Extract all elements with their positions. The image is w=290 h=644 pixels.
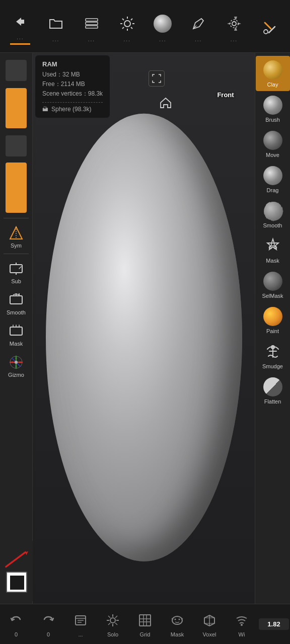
color-swatch-dark-2[interactable] bbox=[1, 132, 31, 159]
color-swatch-dark-1[interactable] bbox=[1, 57, 31, 85]
voxel-label: Voxel bbox=[203, 631, 216, 637]
separator-1 bbox=[4, 218, 29, 218]
toolbar-tools-button[interactable] bbox=[259, 17, 281, 39]
mask-bottom-icon bbox=[168, 611, 186, 629]
mesh-label: Sphere (98.3k) bbox=[51, 106, 91, 113]
undo-button[interactable]: 0 bbox=[1, 611, 31, 637]
fullscreen-button[interactable] bbox=[149, 70, 165, 87]
svg-point-3 bbox=[124, 21, 130, 27]
smooth-tool-button[interactable]: Smooth bbox=[256, 197, 290, 232]
viewport[interactable] bbox=[33, 53, 255, 604]
separator-2 bbox=[4, 254, 29, 254]
pen-icon bbox=[187, 13, 209, 35]
tools-icon bbox=[259, 17, 281, 39]
voxel-button[interactable]: Voxel bbox=[194, 611, 225, 637]
redo-value: 0 bbox=[47, 631, 50, 637]
scene-button[interactable]: ... bbox=[65, 611, 96, 637]
svg-rect-21 bbox=[10, 296, 22, 304]
mask-icon bbox=[262, 235, 283, 257]
solo-icon bbox=[104, 611, 122, 629]
value-display: 1.82 bbox=[259, 618, 289, 630]
gizmo-button[interactable]: Gizmo bbox=[1, 350, 31, 381]
toolbar-material-button[interactable]: ... bbox=[152, 13, 174, 42]
stroke-line[interactable] bbox=[4, 549, 29, 570]
toolbar-light-button[interactable]: ... bbox=[116, 13, 138, 42]
toolbar-pen-button[interactable]: ... bbox=[187, 13, 209, 42]
flatten-icon bbox=[262, 376, 283, 397]
brush-size-value: 1.82 bbox=[267, 620, 280, 628]
smooth-left-button[interactable]: Smooth bbox=[1, 287, 31, 318]
svg-point-13 bbox=[232, 22, 236, 26]
mesh-info: 🏔 Sphere (98.3k) bbox=[42, 106, 103, 113]
flatten-tool-button[interactable]: Flatten bbox=[256, 373, 290, 408]
toolbar-folder-button[interactable]: ... bbox=[45, 13, 67, 42]
wi-button[interactable]: Wi bbox=[227, 611, 257, 637]
grid-button[interactable]: Grid bbox=[130, 611, 160, 637]
sphere-mesh bbox=[46, 113, 242, 561]
bg-color-swatch bbox=[10, 576, 24, 590]
smudge-label: Smudge bbox=[262, 363, 283, 369]
smudge-tool-button[interactable]: Smudge bbox=[256, 338, 290, 373]
paint-tool-button[interactable]: Paint bbox=[256, 302, 290, 338]
svg-line-8 bbox=[122, 19, 124, 20]
scene-icon bbox=[71, 611, 90, 629]
layers-dots: ... bbox=[88, 37, 95, 42]
move-tool-button[interactable]: Move bbox=[256, 126, 290, 162]
svg-point-60 bbox=[179, 618, 180, 620]
svg-point-34 bbox=[271, 243, 274, 246]
stroke-area bbox=[0, 541, 33, 601]
sub-button[interactable]: Sub bbox=[1, 256, 31, 287]
mask-tool-button[interactable]: Mask bbox=[256, 232, 290, 267]
right-toolbar: Clay Brush Move Drag Smooth bbox=[255, 53, 290, 604]
move-icon bbox=[262, 130, 283, 151]
svg-rect-22 bbox=[10, 327, 22, 335]
flatten-label: Flatten bbox=[264, 398, 281, 405]
orange-color-2 bbox=[6, 163, 27, 213]
clay-tool-button[interactable]: Clay bbox=[256, 56, 290, 91]
color-swatch-orange-1[interactable] bbox=[1, 85, 31, 132]
light-dots: ... bbox=[123, 37, 130, 42]
color-swatch-orange-2[interactable] bbox=[1, 159, 31, 216]
pen-dots: ... bbox=[195, 37, 202, 42]
svg-rect-51 bbox=[139, 615, 151, 626]
toolbar-settings-button[interactable]: ... bbox=[223, 13, 245, 42]
svg-point-27 bbox=[15, 361, 18, 364]
solo-button[interactable]: Solo bbox=[98, 611, 128, 637]
svg-line-15 bbox=[265, 23, 271, 29]
svg-line-10 bbox=[131, 19, 132, 20]
toolbar-back-button[interactable]: ... bbox=[9, 11, 31, 45]
redo-icon bbox=[39, 611, 57, 629]
ram-title: RAM bbox=[42, 60, 103, 68]
paint-icon bbox=[262, 306, 283, 327]
brush-tool-button[interactable]: Brush bbox=[256, 91, 290, 126]
mask-bottom-label: Mask bbox=[171, 631, 184, 637]
sym-button[interactable]: Sym bbox=[1, 220, 31, 252]
toolbar-layers-button[interactable]: ... bbox=[81, 13, 103, 42]
mask-left-label: Mask bbox=[10, 341, 23, 347]
scene-label: ... bbox=[78, 631, 83, 637]
fg-color-swatch[interactable] bbox=[6, 572, 27, 593]
svg-point-42 bbox=[110, 618, 115, 623]
wi-icon bbox=[233, 611, 251, 629]
ram-used: Used：32 MB bbox=[42, 70, 103, 79]
selmask-icon bbox=[262, 271, 283, 292]
material-icon bbox=[152, 13, 174, 35]
selmask-tool-button[interactable]: SelMask bbox=[256, 267, 290, 302]
drag-label: Drag bbox=[267, 187, 279, 193]
home-button[interactable] bbox=[159, 96, 173, 110]
redo-button[interactable]: 0 bbox=[33, 611, 63, 637]
smooth-left-label: Smooth bbox=[7, 309, 26, 315]
orientation-label: Front bbox=[205, 74, 246, 115]
svg-rect-1 bbox=[86, 22, 98, 25]
mesh-icon: 🏔 bbox=[42, 106, 48, 113]
svg-marker-28 bbox=[15, 357, 17, 359]
svg-line-11 bbox=[122, 27, 124, 29]
smudge-icon bbox=[262, 341, 283, 362]
drag-tool-button[interactable]: Drag bbox=[256, 162, 290, 197]
bottom-toolbar: 0 0 ... bbox=[0, 604, 290, 644]
vertices-info: Scene vertices：98.3k bbox=[42, 89, 103, 99]
mask-left-button[interactable]: Mask bbox=[1, 318, 31, 350]
dark-color-2 bbox=[6, 135, 27, 156]
grid-label: Grid bbox=[140, 631, 151, 637]
mask-bottom-button[interactable]: Mask bbox=[162, 611, 192, 637]
